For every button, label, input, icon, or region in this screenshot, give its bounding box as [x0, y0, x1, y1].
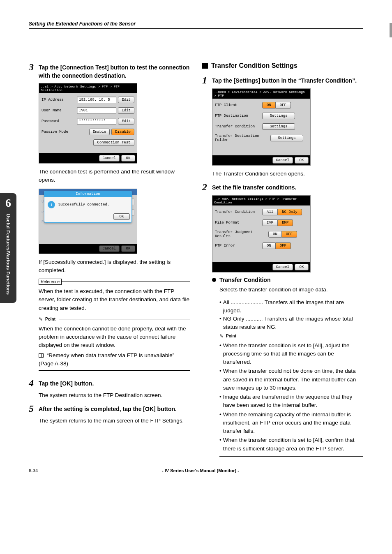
point-label: Point — [226, 334, 236, 338]
point-box: ✎ Point •When the transfer condition is … — [219, 333, 363, 457]
bullet-icon: • — [219, 436, 221, 453]
ivp-option[interactable]: IVP — [262, 219, 278, 226]
bullet-key: NG Only — [223, 316, 244, 322]
bullet-text: When the transfer condition is set to [A… — [223, 436, 363, 453]
transfer-condition-label: Transfer Condition — [215, 125, 262, 129]
section-heading: Transfer Condition Settings — [202, 62, 363, 69]
dot-bullet-icon — [212, 278, 216, 282]
format-toggle[interactable]: IVP BMP — [262, 219, 293, 226]
judge-toggle[interactable]: ON OFF — [268, 231, 297, 238]
settings-button[interactable]: Settings — [262, 123, 295, 130]
bmp-option[interactable]: BMP — [278, 219, 293, 226]
step4-text: The system returns to the FTP Destinatio… — [39, 391, 190, 399]
username-input[interactable]: IV01 — [77, 107, 116, 114]
cancel-button[interactable]: Cancel — [99, 155, 120, 162]
cancel-button[interactable]: Cancel — [272, 264, 293, 270]
ftp-client-label: FTP Client — [215, 103, 262, 107]
bullet-icon: • — [219, 342, 221, 367]
right-column: Transfer Condition Settings 1 Tap the [S… — [202, 62, 363, 457]
ok-button[interactable]: OK — [295, 157, 309, 164]
settings-button[interactable]: Settings — [262, 113, 295, 119]
page-footer: 6-34 - IV Series User's Manual (Monitor)… — [29, 468, 363, 473]
bullet-icon: • — [219, 411, 221, 436]
step-3: 3 Tap the [Connection Test] button to te… — [29, 62, 190, 80]
ok-button[interactable]: OK — [295, 264, 309, 270]
page-edge-marker — [390, 23, 392, 37]
step-number: 5 — [29, 404, 36, 413]
step-number: 3 — [29, 62, 36, 72]
ftp-destination-label: FTP Destination — [215, 114, 262, 118]
judge-label: Transfer Judgment Results — [215, 230, 268, 238]
chapter-label: Useful Features/Various Functions — [6, 214, 11, 295]
subsection-intro: Selects the transfer condition of image … — [219, 286, 363, 294]
connection-test-button[interactable]: Connection Test — [93, 139, 134, 146]
point-bullet: •When the transfer condition is set to [… — [219, 436, 363, 453]
step-title: Tap the [Connection Test] button to test… — [39, 62, 190, 80]
bullet-key: All — [223, 299, 229, 305]
cancel-button[interactable]: Cancel — [272, 157, 293, 164]
on-option[interactable]: ON — [262, 242, 276, 249]
format-label: File Format — [215, 221, 262, 225]
step-number: 2 — [202, 182, 210, 192]
step1-after: The Transfer Condition screen opens. — [212, 170, 363, 178]
point-box: ✎ Point When the connection cannot be do… — [39, 316, 190, 371]
ftp-client-toggle[interactable]: ON OFF — [262, 102, 291, 108]
reference-label: Reference — [39, 279, 62, 285]
step3-result-text: The connection test is performed and the… — [39, 168, 190, 185]
off-option[interactable]: OFF — [282, 231, 297, 238]
point-icon: ✎ — [39, 316, 43, 322]
username-label: User Name — [42, 108, 75, 113]
edit-button[interactable]: Edit — [118, 118, 134, 125]
edit-button[interactable]: Edit — [118, 107, 134, 114]
breadcrumb: ..> Adv. Network Settings > FTP > Transf… — [212, 196, 310, 205]
page-header: Setting the Extended Functions of the Se… — [29, 21, 363, 29]
book-icon — [39, 353, 44, 358]
edit-button[interactable]: Edit — [118, 97, 134, 103]
ok-button[interactable]: OK — [121, 155, 135, 162]
settings-button[interactable]: Settings — [270, 135, 303, 141]
square-bullet-icon — [202, 63, 208, 69]
ng-only-option[interactable]: NG Only — [278, 209, 302, 215]
step-5: 5 After the setting is completed, tap th… — [29, 404, 190, 413]
tc-toggle[interactable]: All NG Only — [262, 209, 302, 215]
bullet-text: When the transfer could not be done on t… — [223, 367, 363, 392]
dialog-message: Successfully connected. — [58, 203, 109, 207]
point-bullet: •When the transfer could not be done on … — [219, 367, 363, 392]
chapter-number: 6 — [0, 197, 16, 209]
dialog-ok-button[interactable]: OK — [113, 213, 130, 220]
bullet-icon: • — [219, 367, 221, 392]
on-option[interactable]: ON — [262, 102, 276, 108]
breadcrumb: ..al > Adv. Network Settings > FTP > FTP… — [39, 83, 137, 93]
bullet-text: When the transfer condition is set to [A… — [223, 342, 363, 367]
dialog-title: Information — [44, 191, 131, 197]
info-icon: i — [48, 201, 55, 208]
point-text: When the connection cannot be done prope… — [39, 325, 190, 350]
breadcrumb: ..nced > Environmental > Adv. Network Se… — [212, 89, 310, 99]
bullet-icon: • — [219, 298, 221, 315]
step-number: 4 — [29, 378, 36, 388]
tc-label: Transfer Condition — [215, 210, 262, 214]
step-title: Set the file transfer conditions. — [212, 182, 296, 192]
step3-success-text: If [Successfully connected.] is displaye… — [39, 258, 190, 275]
on-option[interactable]: ON — [268, 231, 282, 238]
step-1: 1 Tap the [Settings] button in the “Tran… — [202, 75, 363, 85]
password-label: Password — [42, 119, 75, 123]
disable-button[interactable]: Disable — [111, 129, 134, 135]
ftp-error-toggle[interactable]: ON OFF — [262, 242, 291, 249]
enable-button[interactable]: Enable — [89, 129, 110, 135]
point-bullet: •Image data are transferred in the seque… — [219, 393, 363, 410]
reference-box: Reference When the test is executed, the… — [39, 279, 190, 315]
all-option[interactable]: All — [262, 209, 278, 215]
off-option[interactable]: OFF — [276, 102, 291, 108]
point-icon: ✎ — [219, 333, 224, 339]
point-bullets-container: •When the transfer condition is set to [… — [219, 339, 363, 456]
header-title: Setting the Extended Functions of the Se… — [29, 21, 136, 27]
section-title: Transfer Condition Settings — [211, 62, 297, 69]
password-input[interactable]: ************ — [77, 118, 116, 125]
dots: ........... — [246, 316, 263, 322]
point-bullet: •When the transfer condition is set to [… — [219, 342, 363, 367]
off-option[interactable]: OFF — [276, 242, 291, 249]
subsection-title: Transfer Condition — [219, 277, 270, 283]
ip-input[interactable]: 192.168. 10. 5 — [77, 97, 116, 103]
subsection-heading: Transfer Condition — [212, 277, 363, 283]
